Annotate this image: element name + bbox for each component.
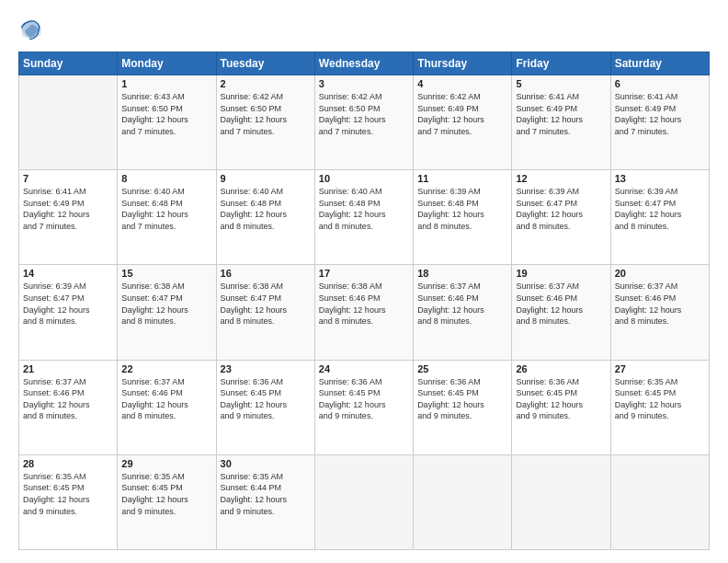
calendar-week-5: 28Sunrise: 6:35 AMSunset: 6:45 PMDayligh… [19, 454, 710, 549]
daylight-text: Daylight: 12 hoursand 9 minutes. [319, 399, 409, 422]
daylight-text: Daylight: 12 hoursand 9 minutes. [121, 494, 211, 517]
sunset-text: Sunset: 6:49 PM [417, 103, 507, 115]
daylight-text: Daylight: 12 hoursand 9 minutes. [221, 494, 311, 517]
calendar-cell: 14Sunrise: 6:39 AMSunset: 6:47 PMDayligh… [19, 265, 118, 360]
calendar-body: 1Sunrise: 6:43 AMSunset: 6:50 PMDaylight… [19, 75, 710, 550]
sunset-text: Sunset: 6:45 PM [23, 482, 113, 494]
calendar-cell: 29Sunrise: 6:35 AMSunset: 6:45 PMDayligh… [118, 454, 216, 549]
daylight-text: Daylight: 12 hoursand 8 minutes. [23, 304, 113, 327]
day-number: 14 [23, 268, 113, 279]
daylight-text: Daylight: 12 hoursand 8 minutes. [23, 399, 113, 422]
daylight-text: Daylight: 12 hoursand 7 minutes. [23, 209, 113, 232]
sunset-text: Sunset: 6:48 PM [221, 198, 311, 210]
sunrise-text: Sunrise: 6:41 AM [615, 91, 705, 103]
calendar-cell: 12Sunrise: 6:39 AMSunset: 6:47 PMDayligh… [512, 170, 610, 265]
daylight-text: Daylight: 12 hoursand 8 minutes. [615, 304, 705, 327]
day-number: 29 [121, 458, 211, 469]
day-number: 13 [615, 173, 705, 184]
day-header-tuesday: Tuesday [216, 52, 314, 75]
calendar-week-3: 14Sunrise: 6:39 AMSunset: 6:47 PMDayligh… [19, 265, 710, 360]
calendar-cell: 2Sunrise: 6:42 AMSunset: 6:50 PMDaylight… [216, 75, 314, 170]
daylight-text: Daylight: 12 hoursand 7 minutes. [516, 114, 606, 137]
day-info: Sunrise: 6:38 AMSunset: 6:47 PMDaylight:… [221, 281, 311, 327]
sunset-text: Sunset: 6:46 PM [417, 293, 507, 304]
day-info: Sunrise: 6:42 AMSunset: 6:49 PMDaylight:… [417, 91, 507, 137]
calendar-cell: 25Sunrise: 6:36 AMSunset: 6:45 PMDayligh… [414, 360, 512, 454]
calendar-week-2: 7Sunrise: 6:41 AMSunset: 6:49 PMDaylight… [19, 170, 710, 265]
day-number: 3 [319, 78, 409, 89]
day-number: 19 [516, 268, 606, 279]
day-number: 17 [319, 268, 409, 279]
day-info: Sunrise: 6:38 AMSunset: 6:46 PMDaylight:… [319, 281, 409, 327]
day-number: 1 [121, 78, 211, 89]
day-number: 8 [121, 173, 211, 184]
day-info: Sunrise: 6:37 AMSunset: 6:46 PMDaylight:… [516, 281, 606, 327]
sunrise-text: Sunrise: 6:39 AM [417, 186, 507, 198]
daylight-text: Daylight: 12 hoursand 8 minutes. [221, 209, 311, 232]
sunset-text: Sunset: 6:46 PM [23, 387, 113, 399]
daylight-text: Daylight: 12 hoursand 8 minutes. [516, 209, 606, 232]
calendar-cell: 16Sunrise: 6:38 AMSunset: 6:47 PMDayligh… [216, 265, 314, 360]
calendar-week-4: 21Sunrise: 6:37 AMSunset: 6:46 PMDayligh… [19, 360, 710, 454]
logo [18, 17, 48, 42]
calendar-cell: 19Sunrise: 6:37 AMSunset: 6:46 PMDayligh… [512, 265, 610, 360]
day-number: 12 [516, 173, 606, 184]
calendar-cell: 21Sunrise: 6:37 AMSunset: 6:46 PMDayligh… [19, 360, 118, 454]
day-info: Sunrise: 6:39 AMSunset: 6:47 PMDaylight:… [615, 186, 705, 232]
day-number: 15 [121, 268, 211, 279]
sunrise-text: Sunrise: 6:35 AM [23, 471, 113, 483]
sunrise-text: Sunrise: 6:43 AM [121, 91, 211, 103]
sunset-text: Sunset: 6:50 PM [221, 103, 311, 115]
day-info: Sunrise: 6:37 AMSunset: 6:46 PMDaylight:… [615, 281, 705, 327]
day-number: 24 [319, 363, 409, 374]
calendar-cell: 24Sunrise: 6:36 AMSunset: 6:45 PMDayligh… [314, 360, 413, 454]
daylight-text: Daylight: 12 hoursand 8 minutes. [319, 304, 409, 327]
calendar-cell [512, 454, 610, 549]
day-info: Sunrise: 6:35 AMSunset: 6:45 PMDaylight:… [23, 471, 113, 517]
day-info: Sunrise: 6:39 AMSunset: 6:48 PMDaylight:… [417, 186, 507, 232]
daylight-text: Daylight: 12 hoursand 8 minutes. [615, 209, 705, 232]
header-row: SundayMondayTuesdayWednesdayThursdayFrid… [19, 52, 710, 75]
sunrise-text: Sunrise: 6:42 AM [221, 91, 311, 103]
sunrise-text: Sunrise: 6:41 AM [516, 91, 606, 103]
day-info: Sunrise: 6:37 AMSunset: 6:46 PMDaylight:… [121, 376, 211, 422]
sunset-text: Sunset: 6:49 PM [615, 103, 705, 115]
day-header-saturday: Saturday [610, 52, 709, 75]
day-header-friday: Friday [512, 52, 610, 75]
day-number: 20 [615, 268, 705, 279]
day-number: 4 [417, 78, 507, 89]
calendar-table: SundayMondayTuesdayWednesdayThursdayFrid… [18, 52, 710, 550]
sunset-text: Sunset: 6:46 PM [319, 293, 409, 304]
sunrise-text: Sunrise: 6:39 AM [23, 281, 113, 293]
daylight-text: Daylight: 12 hoursand 8 minutes. [221, 304, 311, 327]
sunrise-text: Sunrise: 6:40 AM [221, 186, 311, 198]
sunrise-text: Sunrise: 6:35 AM [121, 471, 211, 483]
calendar-cell [19, 75, 118, 170]
daylight-text: Daylight: 12 hoursand 9 minutes. [417, 399, 507, 422]
sunset-text: Sunset: 6:44 PM [221, 482, 311, 494]
calendar-cell: 5Sunrise: 6:41 AMSunset: 6:49 PMDaylight… [512, 75, 610, 170]
calendar-cell: 27Sunrise: 6:35 AMSunset: 6:45 PMDayligh… [610, 360, 709, 454]
sunrise-text: Sunrise: 6:37 AM [23, 376, 113, 388]
calendar-cell: 11Sunrise: 6:39 AMSunset: 6:48 PMDayligh… [414, 170, 512, 265]
sunset-text: Sunset: 6:50 PM [319, 103, 409, 115]
sunrise-text: Sunrise: 6:36 AM [221, 376, 311, 388]
day-header-thursday: Thursday [414, 52, 512, 75]
calendar-cell: 30Sunrise: 6:35 AMSunset: 6:44 PMDayligh… [216, 454, 314, 549]
daylight-text: Daylight: 12 hoursand 7 minutes. [615, 114, 705, 137]
day-number: 26 [516, 363, 606, 374]
calendar-cell: 8Sunrise: 6:40 AMSunset: 6:48 PMDaylight… [118, 170, 216, 265]
sunset-text: Sunset: 6:50 PM [121, 103, 211, 115]
sunrise-text: Sunrise: 6:42 AM [319, 91, 409, 103]
calendar-header: SundayMondayTuesdayWednesdayThursdayFrid… [19, 52, 710, 75]
day-info: Sunrise: 6:37 AMSunset: 6:46 PMDaylight:… [23, 376, 113, 422]
daylight-text: Daylight: 12 hoursand 8 minutes. [516, 304, 606, 327]
sunset-text: Sunset: 6:46 PM [516, 293, 606, 304]
day-number: 11 [417, 173, 507, 184]
day-header-sunday: Sunday [19, 52, 118, 75]
day-info: Sunrise: 6:42 AMSunset: 6:50 PMDaylight:… [221, 91, 311, 137]
calendar-cell: 4Sunrise: 6:42 AMSunset: 6:49 PMDaylight… [414, 75, 512, 170]
sunrise-text: Sunrise: 6:35 AM [221, 471, 311, 483]
calendar-cell: 9Sunrise: 6:40 AMSunset: 6:48 PMDaylight… [216, 170, 314, 265]
sunrise-text: Sunrise: 6:40 AM [319, 186, 409, 198]
